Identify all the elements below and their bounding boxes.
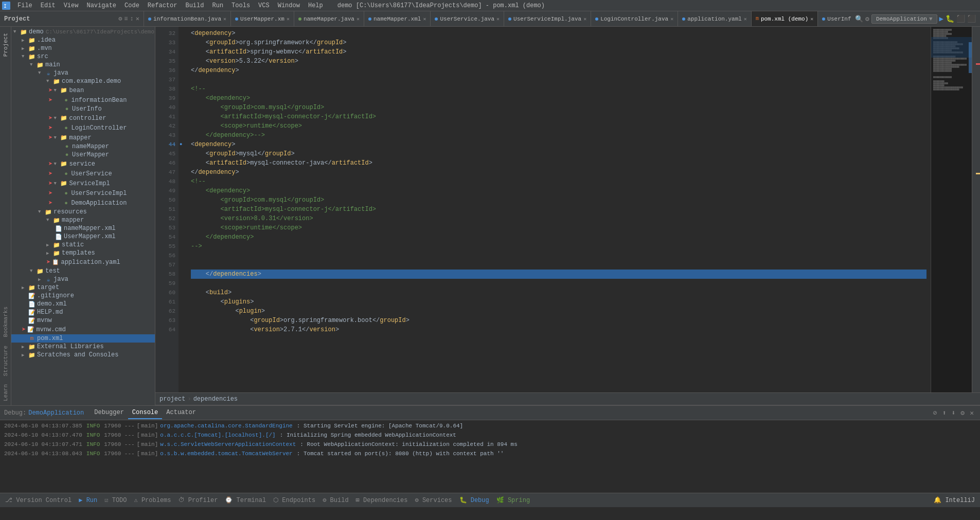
project-settings-icon[interactable]: ⚙ <box>118 15 122 23</box>
tree-item-com-example[interactable]: ▼ 📁 com.example.demo <box>11 77 155 85</box>
menu-window[interactable]: Window <box>274 1 304 10</box>
tab-informationbean-close[interactable]: ✕ <box>223 16 226 22</box>
editor-content[interactable]: 32 33 34 35 36 37 38 39 40 41 42 43 44 4… <box>155 27 980 392</box>
menu-build[interactable]: Build <box>181 1 208 10</box>
run-config-selector[interactable]: DemoApplication ▼ <box>871 14 937 24</box>
tab-pom[interactable]: m pom.xml (demo) ✕ <box>752 11 818 26</box>
tree-item-usermapper[interactable]: ● UserMapper <box>11 151 155 159</box>
status-profiler[interactable]: ⏱ Profiler <box>175 496 221 504</box>
tab-logincontroller-close[interactable]: ✕ <box>670 16 673 22</box>
tree-item-pomxml[interactable]: m pom.xml <box>11 334 155 343</box>
debug-close-button[interactable]: ✕ <box>968 408 976 418</box>
tab-userservice[interactable]: UserService.java ✕ <box>431 11 504 26</box>
menu-tools[interactable]: Tools <box>227 1 254 10</box>
tab-pom-close[interactable]: ✕ <box>810 16 813 22</box>
tree-item-userservice[interactable]: ➤ ● UserService <box>11 169 155 178</box>
status-endpoints[interactable]: ⬡ Endpoints <box>270 496 318 504</box>
side-tab-bookmarks[interactable]: Bookmarks <box>1 302 10 341</box>
debug-tab-console[interactable]: Console <box>128 407 162 419</box>
search-icon[interactable]: 🔍 <box>855 15 863 23</box>
tab-logincontroller[interactable]: LoginController.java ✕ <box>591 11 678 26</box>
tree-item-demo-root[interactable]: ▼ 📁 demo C:\Users\86177\IdeaProjects\dem… <box>11 28 155 36</box>
tree-item-usermapper-xml[interactable]: 📄 UserMapper.xml <box>11 232 155 241</box>
tab-informationbean[interactable]: informationBean.java ✕ <box>144 11 231 26</box>
tree-item-resources-mapper[interactable]: ▼ 📁 mapper <box>11 216 155 224</box>
menu-run[interactable]: Run <box>208 1 227 10</box>
menu-edit[interactable]: Edit <box>37 1 60 10</box>
tab-namemapper-xml-close[interactable]: ✕ <box>423 16 426 22</box>
menu-vcs[interactable]: VCS <box>254 1 274 10</box>
tree-item-target[interactable]: ▶ 📁 target <box>11 283 155 292</box>
debug-scroll-top-button[interactable]: ⬆ <box>940 408 949 418</box>
run-button[interactable]: ▶ <box>939 14 943 23</box>
status-services[interactable]: ⚙ Services <box>412 496 455 504</box>
debug-tab-debugger[interactable]: Debugger <box>90 407 128 419</box>
tree-item-serviceimpl[interactable]: ➤ ▼ 📁 ServiceImpl <box>11 178 155 188</box>
tree-item-external-libraries[interactable]: ▶ 📁 External Libraries <box>11 343 155 351</box>
tree-item-test[interactable]: ▼ 📁 test <box>11 267 155 275</box>
tree-item-mvnw[interactable]: 📝 mvnw <box>11 316 155 325</box>
tree-item-bean[interactable]: ➤ ▼ 📁 bean <box>11 85 155 95</box>
tree-item-application-yaml[interactable]: ➤ 📋 application.yaml <box>11 257 155 267</box>
tree-item-java[interactable]: ▼ ☕ java <box>11 69 155 77</box>
status-problems[interactable]: ⚠ Problems <box>131 496 174 504</box>
debug-scroll-bottom-button[interactable]: ⬇ <box>950 408 958 418</box>
gutter-44-icon[interactable]: ● <box>179 140 187 149</box>
side-tab-structure[interactable]: Structure <box>1 342 10 380</box>
tree-item-static[interactable]: ▶ 📁 static <box>11 241 155 249</box>
tab-userserviceimpl-close[interactable]: ✕ <box>583 16 586 22</box>
tree-item-userserviceimpl[interactable]: ➤ ● UserServiceImpl <box>11 188 155 198</box>
status-run[interactable]: ▶ Run <box>76 496 100 504</box>
tree-item-controller[interactable]: ➤ ▼ 📁 controller <box>11 113 155 123</box>
debug-settings-button[interactable]: ⚙ <box>958 408 967 418</box>
tab-userinfo[interactable]: UserInfo.java ✕ <box>818 11 851 26</box>
side-tab-project[interactable]: Project <box>1 29 10 61</box>
menu-view[interactable]: View <box>60 1 83 10</box>
status-build[interactable]: ⚙ Build <box>319 496 351 504</box>
breadcrumb-project[interactable]: project <box>159 396 185 403</box>
tree-item-service[interactable]: ➤ ▼ 📁 service <box>11 159 155 169</box>
tree-item-namemapper[interactable]: ● nameMapper <box>11 142 155 151</box>
menu-help[interactable]: Help <box>304 1 327 10</box>
tab-userserviceimpl[interactable]: UserServiceImpl.java ✕ <box>504 11 591 26</box>
project-sort-icon[interactable]: ↕ <box>130 15 134 23</box>
tree-item-userinfo[interactable]: ● UserInfo <box>11 105 155 113</box>
status-debug[interactable]: 🐛 Debug <box>456 496 492 504</box>
project-close-icon[interactable]: ✕ <box>136 15 139 23</box>
settings-icon[interactable]: ⚙ <box>865 15 869 23</box>
tree-item-demo-xml[interactable]: 📄 demo.xml <box>11 300 155 308</box>
menu-navigate[interactable]: Navigate <box>82 1 120 10</box>
status-version-control[interactable]: ⎇ Version Control <box>2 496 75 504</box>
status-spring[interactable]: 🌿 Spring <box>493 496 533 504</box>
tree-item-scratches[interactable]: ▶ 📁 Scratches and Consoles <box>11 351 155 359</box>
tab-usermapper-close[interactable]: ✕ <box>287 16 290 22</box>
side-tab-learn[interactable]: Learn <box>1 380 10 405</box>
tree-item-src[interactable]: ▼ 📁 src <box>11 52 155 61</box>
tree-item-logincontroller[interactable]: ➤ ● LoginController <box>11 123 155 133</box>
code-area[interactable]: <dependency> <groupId>org.springframewor… <box>187 27 931 392</box>
debug-run-button[interactable]: 🐛 <box>946 14 954 23</box>
tab-namemapper-java-close[interactable]: ✕ <box>357 16 360 22</box>
tree-item-namemapper-xml[interactable]: 📄 nameMapper.xml <box>11 224 155 232</box>
tree-item-informationbean[interactable]: ➤ ● informationBean <box>11 95 155 105</box>
status-intellij-icon[interactable]: 🔔 IntelliJ <box>931 496 978 504</box>
tab-userservice-close[interactable]: ✕ <box>496 16 500 22</box>
menu-refactor[interactable]: Refactor <box>144 1 182 10</box>
tree-item-templates[interactable]: ▶ 📁 templates <box>11 249 155 257</box>
tab-application-yaml[interactable]: application.yaml ✕ <box>678 11 752 26</box>
tree-item-helpmd[interactable]: 📝 HELP.md <box>11 308 155 316</box>
tree-item-mvn[interactable]: ▶ 📁 .mvn <box>11 44 155 52</box>
project-collapse-icon[interactable]: ≡ <box>124 15 128 23</box>
minimap-scrollbar[interactable] <box>969 42 972 73</box>
tab-usermapper[interactable]: UserMapper.xm ✕ <box>231 11 294 26</box>
tree-item-gitignore[interactable]: 📝 .gitignore <box>11 292 155 300</box>
debug-clear-button[interactable]: ⊘ <box>931 408 939 418</box>
tab-application-yaml-close[interactable]: ✕ <box>744 16 747 22</box>
tree-item-mapper[interactable]: ➤ ▼ 📁 mapper <box>11 133 155 142</box>
tab-namemapper-xml[interactable]: nameMapper.xml ✕ <box>364 11 431 26</box>
tree-item-idea[interactable]: ▶ 📁 .idea <box>11 36 155 44</box>
tree-item-main[interactable]: ▼ 📁 main <box>11 61 155 69</box>
tree-item-resources[interactable]: ▼ 📁 resources <box>11 208 155 216</box>
tree-item-test-java[interactable]: ▶ ☕ java <box>11 275 155 283</box>
menu-code[interactable]: Code <box>120 1 144 10</box>
